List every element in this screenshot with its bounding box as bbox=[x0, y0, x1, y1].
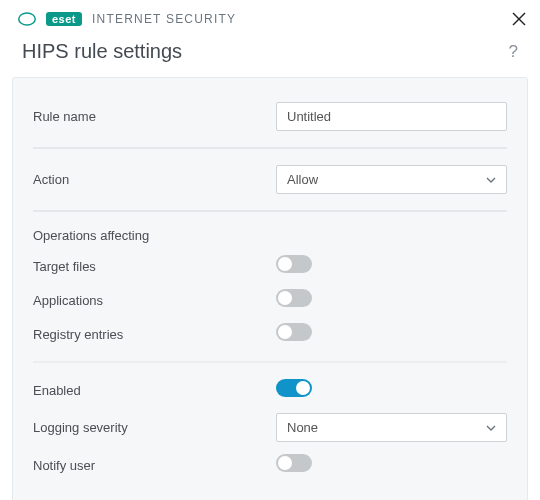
operations-heading: Operations affecting bbox=[33, 222, 507, 249]
row-notify-user: Notify user bbox=[33, 448, 507, 482]
registry-entries-toggle[interactable] bbox=[276, 323, 312, 341]
brand-name: eset bbox=[46, 12, 82, 26]
action-value: Allow bbox=[287, 172, 318, 187]
chevron-down-icon bbox=[486, 425, 496, 431]
divider bbox=[33, 210, 507, 212]
logging-severity-value: None bbox=[287, 420, 318, 435]
rule-name-label: Rule name bbox=[33, 109, 276, 124]
brand-logo-icon bbox=[18, 10, 36, 28]
target-files-toggle[interactable] bbox=[276, 255, 312, 273]
row-rule-name: Rule name bbox=[33, 96, 507, 137]
enabled-label: Enabled bbox=[33, 383, 276, 398]
notify-user-toggle[interactable] bbox=[276, 454, 312, 472]
titlebar: eset INTERNET SECURITY bbox=[0, 0, 540, 34]
row-enabled: Enabled bbox=[33, 373, 507, 407]
rule-name-input[interactable] bbox=[276, 102, 507, 131]
close-icon[interactable] bbox=[512, 12, 526, 26]
chevron-down-icon bbox=[486, 177, 496, 183]
applications-label: Applications bbox=[33, 293, 276, 308]
help-icon[interactable]: ? bbox=[509, 42, 518, 62]
page-title: HIPS rule settings bbox=[22, 40, 182, 63]
action-select[interactable]: Allow bbox=[276, 165, 507, 194]
row-action: Action Allow bbox=[33, 159, 507, 200]
enabled-toggle[interactable] bbox=[276, 379, 312, 397]
divider bbox=[33, 147, 507, 149]
registry-entries-label: Registry entries bbox=[33, 327, 276, 342]
row-applications: Applications bbox=[33, 283, 507, 317]
product-name: INTERNET SECURITY bbox=[92, 12, 236, 26]
row-target-files: Target files bbox=[33, 249, 507, 283]
row-registry-entries: Registry entries bbox=[33, 317, 507, 351]
settings-card: Rule name Action Allow Operations affect… bbox=[12, 77, 528, 500]
svg-point-0 bbox=[19, 13, 36, 25]
brand: eset INTERNET SECURITY bbox=[18, 10, 236, 28]
action-label: Action bbox=[33, 172, 276, 187]
applications-toggle[interactable] bbox=[276, 289, 312, 307]
logging-severity-select[interactable]: None bbox=[276, 413, 507, 442]
page-header: HIPS rule settings ? bbox=[0, 34, 540, 77]
target-files-label: Target files bbox=[33, 259, 276, 274]
divider bbox=[33, 361, 507, 363]
row-logging-severity: Logging severity None bbox=[33, 407, 507, 448]
logging-severity-label: Logging severity bbox=[33, 420, 276, 435]
notify-user-label: Notify user bbox=[33, 458, 276, 473]
